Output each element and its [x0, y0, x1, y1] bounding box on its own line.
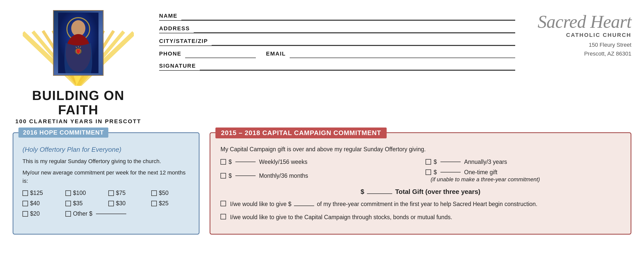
name-line[interactable] [181, 20, 515, 20]
amount-50-label: $50 [159, 190, 168, 196]
amount-other[interactable]: Other $ [65, 210, 136, 217]
phone-line[interactable] [185, 58, 256, 58]
option-monthly[interactable]: $ Monthly/36 months [220, 169, 415, 183]
logo-subtitle: 100 CLARETIAN YEARS IN PRESCOTT [13, 118, 144, 125]
top-section: BUILDING ON FAITH 100 CLARETIAN YEARS IN… [13, 10, 631, 125]
checkbox-pledge1[interactable] [220, 201, 226, 206]
dollar-sign-2: $ [434, 159, 437, 165]
signature-line[interactable] [200, 70, 515, 70]
hope-text1: This is my regular Sunday Offertory givi… [22, 157, 190, 165]
annually-amount-line[interactable] [440, 162, 461, 162]
address-line[interactable] [194, 32, 515, 33]
amount-125[interactable]: $125 [22, 190, 65, 196]
checkbox-40[interactable] [22, 201, 28, 206]
checkbox-125[interactable] [22, 190, 28, 196]
dollar-sign-4: $ [434, 169, 437, 176]
pledge-1: I/we would like to give $ of my three-ye… [220, 200, 621, 209]
jesus-icon [54, 11, 103, 75]
checkbox-monthly[interactable] [220, 173, 226, 179]
option-annually[interactable]: $ Annually/3 years [426, 159, 621, 165]
checkbox-other[interactable] [65, 211, 71, 217]
dollar-sign-3: $ [229, 172, 232, 179]
amount-35-label: $35 [73, 200, 83, 207]
capital-campaign-box: 2015 – 2018 CAPITAL CAMPAIGN COMMITMENT … [210, 132, 631, 234]
hope-subtitle: (Holy Offertory Plan for Everyone) [22, 146, 190, 154]
amount-40-label: $40 [30, 200, 40, 207]
annually-label: Annually/3 years [464, 159, 507, 165]
logo-area: BUILDING ON FAITH 100 CLARETIAN YEARS IN… [13, 10, 144, 125]
weekly-amount-line[interactable] [235, 162, 256, 162]
church-name-script: Sacred Heart [530, 13, 631, 31]
option-onetime[interactable]: $ One-time gift [426, 169, 621, 176]
total-gift: $ Total Gift (over three years) [220, 188, 621, 196]
option-weekly[interactable]: $ Weekly/156 weeks [220, 159, 415, 165]
hope-text2: My/our new average commitment per week f… [22, 168, 190, 185]
checkbox-grid: $125 $100 $75 $50 [22, 190, 190, 217]
form-fields: NAME ADDRESS CITY/STATE/ZIP PHONE EMAIL … [144, 10, 530, 75]
church-denomination: CATHOLIC CHURCH [530, 32, 631, 38]
hope-commitment-box: 2016 HOPE COMMITMENT (Holy Offertory Pla… [13, 132, 200, 234]
church-address: 150 Fleury Street Prescott, AZ 86301 [530, 40, 631, 58]
total-amount-line[interactable] [367, 193, 392, 194]
pledge-1-text: I/we would like to give $ of my three-ye… [230, 200, 537, 209]
address-row: ADDRESS [159, 25, 515, 33]
dollar-sign-1: $ [229, 159, 232, 165]
checkbox-50[interactable] [151, 190, 157, 196]
other-amount-line[interactable] [96, 214, 126, 214]
amount-50[interactable]: $50 [151, 190, 194, 196]
church-address-line2: Prescott, AZ 86301 [530, 49, 631, 58]
amount-75[interactable]: $75 [108, 190, 151, 196]
hope-commitment-header: 2016 HOPE COMMITMENT [18, 128, 108, 138]
logo-text: BUILDING ON FAITH 100 CLARETIAN YEARS IN… [13, 88, 144, 125]
amount-40[interactable]: $40 [22, 200, 65, 207]
checkbox-pledge2[interactable] [220, 214, 226, 219]
pledge-2-text: I/we would like to give to the Capital C… [230, 213, 452, 222]
onetime-amount-line[interactable] [440, 172, 461, 172]
total-label: Total Gift (over three years) [395, 188, 481, 195]
amount-100-label: $100 [73, 190, 86, 196]
checkbox-30[interactable] [108, 201, 114, 206]
checkbox-75[interactable] [108, 190, 114, 196]
checkbox-weekly[interactable] [220, 159, 226, 165]
amount-20-label: $20 [30, 210, 40, 217]
amount-35[interactable]: $35 [65, 200, 108, 207]
checkbox-20[interactable] [22, 211, 28, 217]
onetime-label: One-time gift [464, 169, 498, 176]
name-row: NAME [159, 13, 515, 21]
city-line[interactable] [212, 45, 515, 45]
weekly-label: Weekly/156 weeks [259, 159, 307, 165]
monthly-amount-line[interactable] [235, 175, 256, 176]
signature-row: SIGNATURE [159, 63, 515, 71]
email-label: EMAIL [266, 50, 286, 58]
amount-100[interactable]: $100 [65, 190, 108, 196]
svg-point-15 [71, 20, 85, 36]
email-line[interactable] [290, 58, 515, 58]
total-dollar: $ [361, 188, 364, 195]
amount-25[interactable]: $25 [151, 200, 194, 207]
pledge-2: I/we would like to give to the Capital C… [220, 213, 621, 222]
checkbox-annually[interactable] [426, 159, 431, 165]
church-info: Sacred Heart CATHOLIC CHURCH 150 Fleury … [530, 10, 631, 58]
bottom-section: 2016 HOPE COMMITMENT (Holy Offertory Pla… [13, 132, 631, 234]
phone-label: PHONE [159, 50, 181, 58]
address-label: ADDRESS [159, 25, 190, 33]
monthly-label: Monthly/36 months [259, 172, 308, 179]
amount-25-label: $25 [159, 200, 168, 207]
pledge1-amount-line[interactable] [294, 206, 314, 206]
checkbox-25[interactable] [151, 201, 157, 206]
checkbox-35[interactable] [65, 201, 71, 206]
option-onetime-container: $ One-time gift (if unable to make a thr… [426, 169, 621, 183]
checkbox-100[interactable] [65, 190, 71, 196]
city-row: CITY/STATE/ZIP [159, 38, 515, 46]
amount-30[interactable]: $30 [108, 200, 151, 207]
capital-header: 2015 – 2018 CAPITAL CAMPAIGN COMMITMENT [215, 128, 387, 138]
name-label: NAME [159, 13, 178, 20]
onetime-note: (if unable to make a three-year commitme… [431, 176, 621, 183]
amount-30-label: $30 [116, 200, 126, 207]
checkbox-onetime[interactable] [426, 169, 431, 175]
pledge1-label: I/we would like to give $ [230, 201, 291, 207]
logo-image [18, 10, 139, 86]
page: BUILDING ON FAITH 100 CLARETIAN YEARS IN… [0, 0, 644, 278]
logo-title: BUILDING ON FAITH [13, 88, 144, 117]
amount-20[interactable]: $20 [22, 210, 65, 217]
